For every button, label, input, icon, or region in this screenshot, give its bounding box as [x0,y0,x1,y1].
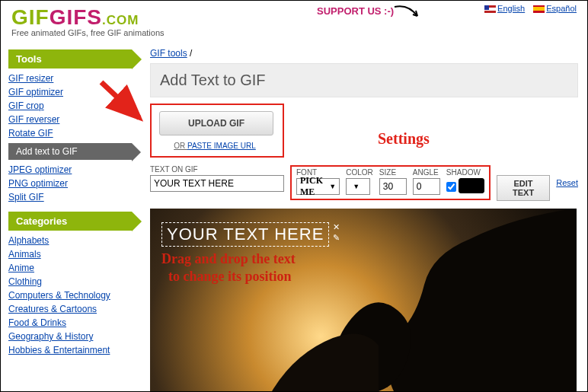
sidebar-item-gif-resizer[interactable]: GIF resizer [8,73,53,84]
lang-spanish[interactable]: Español [533,4,577,13]
flag-es-icon [533,5,545,13]
sidebar-cat-geography[interactable]: Geography & History [8,331,93,342]
draggable-text-overlay[interactable]: YOUR TEXT HERE ✕ ✎ [161,222,329,247]
shadow-checkbox[interactable] [446,182,456,192]
sidebar-item-gif-optimizer[interactable]: GIF optimizer [8,87,63,97]
arrow-doodle-icon [393,4,423,24]
shadow-color-swatch[interactable] [459,178,484,193]
sidebar-cat-animals[interactable]: Animals [8,249,41,260]
settings-annot: Settings [378,130,430,148]
font-select[interactable]: PICK ME▼ [296,178,340,195]
chevron-down-icon: ▼ [353,183,360,190]
support-us-link[interactable]: SUPPORT US :-) [317,5,394,17]
sidebar-cat-alphabets[interactable]: Alphabets [8,235,49,246]
lang-english[interactable]: English [484,4,525,13]
upload-box-annot: UPLOAD GIF OR PASTE IMAGE URL [150,104,284,158]
sidebar-cat-creatures[interactable]: Creatures & Cartoons [8,304,97,314]
sidebar-head-categories: Categories [8,212,132,231]
sidebar-cat-food[interactable]: Food & Drinks [8,317,66,328]
edit-text-button[interactable]: EDIT TEXT [497,175,550,201]
chevron-down-icon: ▼ [329,183,336,190]
upload-gif-button[interactable]: UPLOAD GIF [159,111,273,135]
crumb-gif-tools[interactable]: GIF tools [150,48,187,59]
settings-box-annot: FONT PICK ME▼ COLOR ▼ SIZE ANGLE SHADOW [290,165,491,200]
sidebar-item-split-gif[interactable]: Split GIF [8,192,44,202]
paste-image-url-link[interactable]: PASTE IMAGE URL [187,142,256,150]
breadcrumb: GIF tools / [150,45,578,63]
angle-label: ANGLE [413,168,440,177]
text-on-gif-label: TEXT ON GIF [150,165,284,174]
sidebar-head-tools: Tools [8,49,132,69]
gif-preview[interactable]: YOUR TEXT HERE ✕ ✎ Drag and drop the tex… [150,209,577,391]
size-input[interactable] [379,178,407,195]
close-icon[interactable]: ✕ [333,222,340,232]
size-label: SIZE [379,168,407,177]
sidebar-item-png-optimizer[interactable]: PNG optimizer [8,178,68,189]
drag-hint-annot: Drag and drop the text to change its pos… [161,250,296,285]
flag-us-icon [484,5,496,13]
move-icon[interactable]: ✎ [333,233,340,243]
color-select[interactable]: ▼ [346,178,370,195]
color-label: COLOR [346,168,373,177]
sidebar-item-add-text[interactable]: Add text to GIF [8,143,132,160]
tagline: Free animated GIFs, free GIF animations [11,28,580,37]
shadow-label: SHADOW [446,168,484,177]
sidebar-item-gif-reverser[interactable]: GIF reverser [8,114,59,125]
page-title: Add Text to GIF [150,63,578,97]
reset-link[interactable]: Reset [556,178,578,187]
sidebar-item-gif-crop[interactable]: GIF crop [8,100,44,111]
sidebar-cat-computers[interactable]: Computers & Technology [8,290,110,301]
sidebar-cat-anime[interactable]: Anime [8,263,34,273]
sidebar-item-rotate-gif[interactable]: Rotate GIF [8,128,53,139]
sidebar-item-jpeg-optimizer[interactable]: JPEG optimizer [8,164,72,175]
paste-url-row: OR PASTE IMAGE URL [159,142,270,150]
language-switcher: English Español [478,4,577,13]
sidebar-cat-clothing[interactable]: Clothing [8,276,42,287]
angle-input[interactable] [413,178,440,195]
text-on-gif-input[interactable] [150,175,284,192]
sidebar-cat-hobbies[interactable]: Hobbies & Entertainment [8,345,110,355]
